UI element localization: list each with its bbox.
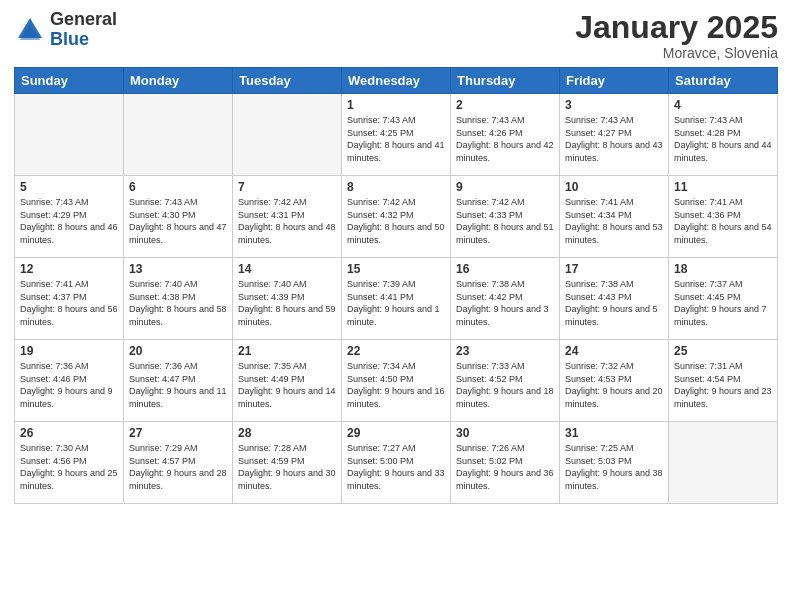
day-number: 2: [456, 98, 554, 112]
day-info: Sunrise: 7:42 AM Sunset: 4:32 PM Dayligh…: [347, 196, 445, 246]
day-number: 10: [565, 180, 663, 194]
day-info: Sunrise: 7:38 AM Sunset: 4:43 PM Dayligh…: [565, 278, 663, 328]
day-number: 6: [129, 180, 227, 194]
day-info: Sunrise: 7:42 AM Sunset: 4:33 PM Dayligh…: [456, 196, 554, 246]
day-info: Sunrise: 7:28 AM Sunset: 4:59 PM Dayligh…: [238, 442, 336, 492]
logo-text: General Blue: [50, 10, 117, 50]
day-info: Sunrise: 7:43 AM Sunset: 4:29 PM Dayligh…: [20, 196, 118, 246]
header: General Blue January 2025 Moravce, Slove…: [14, 10, 778, 61]
calendar-cell: 10Sunrise: 7:41 AM Sunset: 4:34 PM Dayli…: [560, 176, 669, 258]
header-tuesday: Tuesday: [233, 68, 342, 94]
calendar-cell: 25Sunrise: 7:31 AM Sunset: 4:54 PM Dayli…: [669, 340, 778, 422]
calendar-cell: 13Sunrise: 7:40 AM Sunset: 4:38 PM Dayli…: [124, 258, 233, 340]
header-saturday: Saturday: [669, 68, 778, 94]
header-wednesday: Wednesday: [342, 68, 451, 94]
day-info: Sunrise: 7:40 AM Sunset: 4:39 PM Dayligh…: [238, 278, 336, 328]
logo-general: General: [50, 10, 117, 30]
calendar-cell: 2Sunrise: 7:43 AM Sunset: 4:26 PM Daylig…: [451, 94, 560, 176]
calendar-week-1: 1Sunrise: 7:43 AM Sunset: 4:25 PM Daylig…: [15, 94, 778, 176]
day-info: Sunrise: 7:43 AM Sunset: 4:25 PM Dayligh…: [347, 114, 445, 164]
day-info: Sunrise: 7:41 AM Sunset: 4:37 PM Dayligh…: [20, 278, 118, 328]
calendar-cell: 6Sunrise: 7:43 AM Sunset: 4:30 PM Daylig…: [124, 176, 233, 258]
calendar-cell: 11Sunrise: 7:41 AM Sunset: 4:36 PM Dayli…: [669, 176, 778, 258]
day-info: Sunrise: 7:43 AM Sunset: 4:28 PM Dayligh…: [674, 114, 772, 164]
day-number: 29: [347, 426, 445, 440]
calendar-cell: [15, 94, 124, 176]
day-info: Sunrise: 7:25 AM Sunset: 5:03 PM Dayligh…: [565, 442, 663, 492]
day-info: Sunrise: 7:43 AM Sunset: 4:30 PM Dayligh…: [129, 196, 227, 246]
day-number: 17: [565, 262, 663, 276]
day-number: 18: [674, 262, 772, 276]
day-info: Sunrise: 7:41 AM Sunset: 4:36 PM Dayligh…: [674, 196, 772, 246]
day-number: 20: [129, 344, 227, 358]
day-info: Sunrise: 7:34 AM Sunset: 4:50 PM Dayligh…: [347, 360, 445, 410]
calendar-cell: 20Sunrise: 7:36 AM Sunset: 4:47 PM Dayli…: [124, 340, 233, 422]
calendar-header: Sunday Monday Tuesday Wednesday Thursday…: [15, 68, 778, 94]
calendar-cell: 5Sunrise: 7:43 AM Sunset: 4:29 PM Daylig…: [15, 176, 124, 258]
day-number: 13: [129, 262, 227, 276]
day-info: Sunrise: 7:37 AM Sunset: 4:45 PM Dayligh…: [674, 278, 772, 328]
calendar-week-5: 26Sunrise: 7:30 AM Sunset: 4:56 PM Dayli…: [15, 422, 778, 504]
header-sunday: Sunday: [15, 68, 124, 94]
day-info: Sunrise: 7:26 AM Sunset: 5:02 PM Dayligh…: [456, 442, 554, 492]
calendar-cell: [233, 94, 342, 176]
calendar-cell: 4Sunrise: 7:43 AM Sunset: 4:28 PM Daylig…: [669, 94, 778, 176]
calendar-cell: 29Sunrise: 7:27 AM Sunset: 5:00 PM Dayli…: [342, 422, 451, 504]
day-info: Sunrise: 7:42 AM Sunset: 4:31 PM Dayligh…: [238, 196, 336, 246]
day-info: Sunrise: 7:36 AM Sunset: 4:47 PM Dayligh…: [129, 360, 227, 410]
day-info: Sunrise: 7:40 AM Sunset: 4:38 PM Dayligh…: [129, 278, 227, 328]
calendar-cell: 1Sunrise: 7:43 AM Sunset: 4:25 PM Daylig…: [342, 94, 451, 176]
calendar-week-4: 19Sunrise: 7:36 AM Sunset: 4:46 PM Dayli…: [15, 340, 778, 422]
calendar-cell: 21Sunrise: 7:35 AM Sunset: 4:49 PM Dayli…: [233, 340, 342, 422]
calendar-cell: 12Sunrise: 7:41 AM Sunset: 4:37 PM Dayli…: [15, 258, 124, 340]
calendar-cell: 17Sunrise: 7:38 AM Sunset: 4:43 PM Dayli…: [560, 258, 669, 340]
header-thursday: Thursday: [451, 68, 560, 94]
day-info: Sunrise: 7:36 AM Sunset: 4:46 PM Dayligh…: [20, 360, 118, 410]
day-number: 22: [347, 344, 445, 358]
day-info: Sunrise: 7:27 AM Sunset: 5:00 PM Dayligh…: [347, 442, 445, 492]
calendar-cell: 15Sunrise: 7:39 AM Sunset: 4:41 PM Dayli…: [342, 258, 451, 340]
day-info: Sunrise: 7:43 AM Sunset: 4:27 PM Dayligh…: [565, 114, 663, 164]
day-number: 14: [238, 262, 336, 276]
calendar-cell: 24Sunrise: 7:32 AM Sunset: 4:53 PM Dayli…: [560, 340, 669, 422]
day-number: 8: [347, 180, 445, 194]
day-number: 1: [347, 98, 445, 112]
day-info: Sunrise: 7:31 AM Sunset: 4:54 PM Dayligh…: [674, 360, 772, 410]
calendar-cell: 23Sunrise: 7:33 AM Sunset: 4:52 PM Dayli…: [451, 340, 560, 422]
day-number: 7: [238, 180, 336, 194]
day-info: Sunrise: 7:38 AM Sunset: 4:42 PM Dayligh…: [456, 278, 554, 328]
calendar-week-2: 5Sunrise: 7:43 AM Sunset: 4:29 PM Daylig…: [15, 176, 778, 258]
day-info: Sunrise: 7:39 AM Sunset: 4:41 PM Dayligh…: [347, 278, 445, 328]
day-number: 24: [565, 344, 663, 358]
day-number: 4: [674, 98, 772, 112]
logo-icon: [14, 14, 46, 46]
day-number: 25: [674, 344, 772, 358]
calendar-cell: [124, 94, 233, 176]
day-info: Sunrise: 7:35 AM Sunset: 4:49 PM Dayligh…: [238, 360, 336, 410]
calendar-cell: 9Sunrise: 7:42 AM Sunset: 4:33 PM Daylig…: [451, 176, 560, 258]
header-friday: Friday: [560, 68, 669, 94]
day-info: Sunrise: 7:41 AM Sunset: 4:34 PM Dayligh…: [565, 196, 663, 246]
calendar-cell: [669, 422, 778, 504]
day-number: 19: [20, 344, 118, 358]
day-number: 11: [674, 180, 772, 194]
day-number: 9: [456, 180, 554, 194]
header-row: Sunday Monday Tuesday Wednesday Thursday…: [15, 68, 778, 94]
day-number: 26: [20, 426, 118, 440]
day-number: 3: [565, 98, 663, 112]
calendar-cell: 30Sunrise: 7:26 AM Sunset: 5:02 PM Dayli…: [451, 422, 560, 504]
day-info: Sunrise: 7:30 AM Sunset: 4:56 PM Dayligh…: [20, 442, 118, 492]
day-number: 31: [565, 426, 663, 440]
day-number: 30: [456, 426, 554, 440]
day-number: 12: [20, 262, 118, 276]
calendar-cell: 8Sunrise: 7:42 AM Sunset: 4:32 PM Daylig…: [342, 176, 451, 258]
calendar-cell: 18Sunrise: 7:37 AM Sunset: 4:45 PM Dayli…: [669, 258, 778, 340]
calendar-week-3: 12Sunrise: 7:41 AM Sunset: 4:37 PM Dayli…: [15, 258, 778, 340]
day-number: 27: [129, 426, 227, 440]
day-number: 23: [456, 344, 554, 358]
day-number: 21: [238, 344, 336, 358]
header-monday: Monday: [124, 68, 233, 94]
logo-blue: Blue: [50, 30, 117, 50]
calendar-cell: 31Sunrise: 7:25 AM Sunset: 5:03 PM Dayli…: [560, 422, 669, 504]
location: Moravce, Slovenia: [575, 45, 778, 61]
